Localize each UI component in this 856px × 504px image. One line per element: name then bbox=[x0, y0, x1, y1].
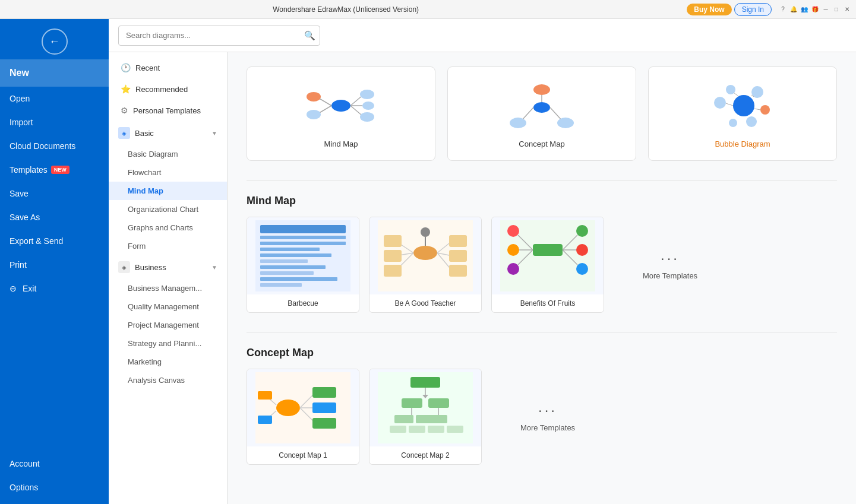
maximize-button[interactable]: □ bbox=[832, 5, 841, 14]
nav-basic-label: Basic bbox=[135, 129, 154, 138]
nav-recent[interactable]: 🕐 Recent bbox=[109, 57, 227, 78]
svg-line-15 bbox=[550, 107, 562, 121]
nav-flowchart[interactable]: Flowchart bbox=[109, 163, 227, 182]
template-card-teacher[interactable]: Be A Good Teacher bbox=[369, 217, 482, 313]
sidebar-item-save[interactable]: Save bbox=[0, 182, 109, 205]
svg-line-3 bbox=[318, 106, 331, 113]
sidebar-item-new[interactable]: New bbox=[0, 59, 109, 87]
featured-bubble-label: Bubble Diagram bbox=[715, 140, 770, 148]
svg-rect-94 bbox=[409, 426, 425, 433]
app-title: Wondershare EdrawMax (Unlicensed Version… bbox=[273, 5, 419, 14]
svg-point-23 bbox=[746, 116, 757, 127]
sidebar-item-options[interactable]: Options bbox=[0, 476, 109, 499]
buy-now-button[interactable]: Buy Now bbox=[687, 4, 731, 15]
more-templates-mind-map[interactable]: ··· More Templates bbox=[614, 217, 727, 313]
nav-recommended[interactable]: ⭐ Recommended bbox=[109, 78, 227, 100]
svg-rect-79 bbox=[258, 391, 272, 400]
sidebar-item-save-as[interactable]: Save As bbox=[0, 205, 109, 229]
nav-basic-diagram[interactable]: Basic Diagram bbox=[109, 145, 227, 163]
nav-personal-templates[interactable]: ⚙ Personal Templates bbox=[109, 100, 227, 121]
svg-rect-38 bbox=[260, 277, 337, 281]
template-card-concept2[interactable]: Concept Map 2 bbox=[369, 369, 482, 465]
svg-rect-53 bbox=[449, 265, 467, 277]
mind-map-template-row: Barbecue bbox=[247, 217, 837, 313]
svg-rect-86 bbox=[402, 398, 422, 408]
title-bar: Wondershare EdrawMax (Unlicensed Version… bbox=[0, 0, 856, 19]
svg-point-8 bbox=[362, 102, 374, 110]
svg-point-67 bbox=[576, 244, 588, 256]
search-input[interactable] bbox=[118, 26, 320, 46]
template-card-fruits[interactable]: Benefits Of Fruits bbox=[491, 217, 604, 313]
svg-rect-77 bbox=[312, 418, 336, 429]
gift-icon[interactable]: 🎁 bbox=[811, 5, 819, 14]
notification-icon[interactable]: 🔔 bbox=[789, 5, 798, 14]
sidebar-saveas-label: Save As bbox=[10, 213, 40, 222]
nav-org-chart[interactable]: Organizational Chart bbox=[109, 200, 227, 218]
sidebar-item-exit[interactable]: ⊖ Exit bbox=[0, 277, 109, 300]
featured-card-mind-map[interactable]: Mind Map bbox=[247, 66, 435, 161]
nav-graphs[interactable]: Graphs and Charts bbox=[109, 218, 227, 237]
svg-rect-49 bbox=[449, 235, 467, 247]
minimize-button[interactable]: ─ bbox=[822, 5, 830, 14]
featured-card-concept-map[interactable]: Concept Map bbox=[447, 66, 636, 161]
section-divider-1 bbox=[247, 180, 837, 180]
nav-recent-label: Recent bbox=[135, 64, 160, 72]
nav-marketing[interactable]: Marketing bbox=[109, 353, 227, 371]
nav-analysis[interactable]: Analysis Canvas bbox=[109, 371, 227, 389]
svg-point-69 bbox=[576, 263, 588, 275]
nav-category-basic[interactable]: ◈ Basic ▼ bbox=[109, 121, 227, 145]
back-button[interactable]: ← bbox=[42, 28, 68, 55]
sidebar-options-label: Options bbox=[10, 483, 38, 492]
more-templates-concept-map[interactable]: ··· More Templates bbox=[491, 369, 604, 465]
svg-rect-30 bbox=[260, 225, 346, 233]
svg-rect-36 bbox=[260, 265, 326, 269]
svg-rect-93 bbox=[390, 426, 406, 433]
sidebar-item-print[interactable]: Print bbox=[0, 253, 109, 277]
mind-map-section-title: Mind Map bbox=[247, 195, 837, 207]
svg-point-19 bbox=[714, 97, 726, 109]
sidebar-export-label: Export & Send bbox=[10, 236, 63, 246]
svg-point-11 bbox=[533, 84, 550, 95]
svg-point-71 bbox=[276, 400, 300, 416]
nav-strategy[interactable]: Strategy and Planni... bbox=[109, 334, 227, 353]
search-button[interactable]: 🔍 bbox=[304, 30, 315, 41]
featured-row: Mind Map bbox=[247, 66, 837, 161]
sidebar-item-cloud[interactable]: Cloud Documents bbox=[0, 134, 109, 158]
sidebar-item-export[interactable]: Export & Send bbox=[0, 229, 109, 253]
business-cat-icon: ◈ bbox=[118, 261, 130, 273]
users-icon[interactable]: 👥 bbox=[800, 5, 808, 14]
close-button[interactable]: ✕ bbox=[843, 5, 851, 14]
svg-rect-35 bbox=[260, 259, 308, 263]
nav-project[interactable]: Project Management bbox=[109, 316, 227, 334]
svg-point-17 bbox=[557, 118, 574, 128]
nav-form[interactable]: Form bbox=[109, 237, 227, 255]
template-card-concept1[interactable]: Concept Map 1 bbox=[247, 369, 359, 465]
new-badge: NEW bbox=[51, 166, 70, 174]
svg-rect-92 bbox=[428, 415, 447, 423]
nav-mind-map[interactable]: Mind Map bbox=[109, 182, 227, 200]
template-card-barbecue[interactable]: Barbecue bbox=[247, 217, 359, 313]
search-wrapper: 🔍 bbox=[118, 26, 320, 46]
nav-quality[interactable]: Quality Management bbox=[109, 297, 227, 316]
sidebar-cloud-label: Cloud Documents bbox=[10, 141, 75, 151]
svg-rect-75 bbox=[312, 402, 336, 413]
content-area: 🔍 🕐 Recent ⭐ Recommended bbox=[109, 19, 856, 504]
sidebar-item-templates[interactable]: Templates NEW bbox=[0, 158, 109, 182]
sidebar-account-label: Account bbox=[10, 459, 40, 468]
svg-rect-95 bbox=[428, 426, 444, 433]
help-icon[interactable]: ? bbox=[779, 5, 787, 14]
sidebar-item-import[interactable]: Import bbox=[0, 110, 109, 134]
middle-nav: 🕐 Recent ⭐ Recommended ⚙ Personal Templa… bbox=[109, 52, 228, 504]
fruits-thumb bbox=[500, 220, 595, 291]
left-sidebar: ← New Open Import Cloud Documents Templa… bbox=[0, 19, 109, 504]
teacher-label: Be A Good Teacher bbox=[369, 294, 481, 312]
sidebar-item-account[interactable]: Account bbox=[0, 452, 109, 476]
featured-mind-map-label: Mind Map bbox=[324, 140, 358, 148]
featured-card-bubble[interactable]: Bubble Diagram bbox=[648, 66, 837, 161]
sign-in-button[interactable]: Sign In bbox=[734, 3, 772, 16]
svg-point-59 bbox=[507, 225, 519, 237]
sidebar-item-open[interactable]: Open bbox=[0, 87, 109, 110]
nav-biz-mgmt[interactable]: Business Managem... bbox=[109, 279, 227, 297]
svg-rect-31 bbox=[260, 236, 346, 239]
nav-category-business[interactable]: ◈ Business ▼ bbox=[109, 255, 227, 279]
